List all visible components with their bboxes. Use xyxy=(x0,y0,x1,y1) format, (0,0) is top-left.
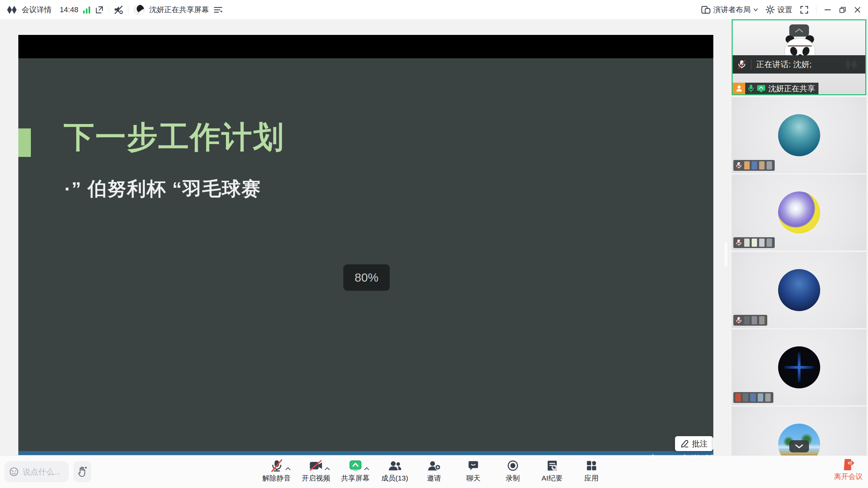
university-logo: 中国科学技术大学 University of Science and Techn… xyxy=(625,453,713,455)
settings-label: 设置 xyxy=(777,5,792,15)
divider xyxy=(816,5,816,14)
mic-muted-icon xyxy=(735,316,742,324)
shared-screen: 下一步工作计划 ·” 伯努利杯 “羽毛球赛 80% 中国科学技术大学 Unive… xyxy=(18,35,713,455)
collapse-videos-button[interactable] xyxy=(789,24,809,37)
quick-chat-input[interactable] xyxy=(4,461,69,482)
participant-name-label xyxy=(733,392,773,403)
minimize-button[interactable] xyxy=(824,6,831,14)
participant-name-label xyxy=(733,315,767,326)
chat-button[interactable]: 聊天 xyxy=(459,458,488,483)
slide-title: 下一步工作计划 xyxy=(64,117,285,158)
mic-muted-icon xyxy=(735,239,742,247)
university-seal-icon xyxy=(625,455,640,455)
participant-avatar xyxy=(778,191,820,233)
participant-name-label xyxy=(733,160,775,171)
unmute-label: 解除静音 xyxy=(263,473,291,483)
toolbar-buttons: 解除静音 开启视频 xyxy=(262,458,606,483)
speaking-status-bar: 正在讲话: 沈妍; xyxy=(733,55,865,74)
meeting-details-button[interactable]: 会议详情 xyxy=(22,5,52,15)
bottom-toolbar: 解除静音 开启视频 xyxy=(0,455,868,488)
participant-avatar xyxy=(778,114,820,156)
chevron-up-icon[interactable] xyxy=(364,467,369,470)
invite-label: 邀请 xyxy=(427,473,441,483)
scroll-down-button[interactable] xyxy=(789,440,809,452)
participant-tile[interactable] xyxy=(732,329,866,405)
start-video-button[interactable]: 开启视频 xyxy=(302,458,331,483)
magnifier-button[interactable] xyxy=(713,436,713,451)
share-screen-button[interactable]: 共享屏幕 xyxy=(341,458,370,483)
participant-avatar xyxy=(778,269,820,311)
chevron-up-icon[interactable] xyxy=(285,467,291,470)
network-signal-icon[interactable] xyxy=(83,6,90,14)
chevron-down-icon xyxy=(795,444,804,449)
fullscreen-icon[interactable] xyxy=(800,5,809,14)
sharing-badge-row: 沈妍正在共享 xyxy=(733,83,818,94)
speaking-status-text: 正在讲话: 沈妍; xyxy=(756,59,812,70)
ai-notes-label: AI纪要 xyxy=(542,473,563,483)
sidebar-collapse-handle[interactable] xyxy=(724,241,728,268)
chevron-down-icon xyxy=(753,8,758,12)
layout-label: 演讲者布局 xyxy=(713,5,751,15)
settings-button[interactable]: 设置 xyxy=(766,5,792,15)
watermark-logo-icon xyxy=(842,59,861,70)
invite-button[interactable]: 邀请 xyxy=(420,458,449,483)
app-logo-icon xyxy=(7,5,17,14)
ai-notes-button[interactable]: AI纪要 xyxy=(538,458,567,483)
apps-button[interactable]: 应用 xyxy=(577,458,606,483)
annotate-label: 批注 xyxy=(692,439,708,449)
record-button[interactable]: 录制 xyxy=(498,458,527,483)
participant-name-label xyxy=(733,237,775,248)
university-name-cn: 中国科学技术大学 xyxy=(645,453,713,455)
chat-text-field[interactable] xyxy=(22,467,64,477)
emoji-icon[interactable] xyxy=(9,467,19,476)
invite-icon xyxy=(428,460,441,471)
layout-selector[interactable]: 演讲者布局 xyxy=(701,5,758,15)
participant-tile[interactable] xyxy=(732,175,866,250)
meeting-time: 14:48 xyxy=(60,5,78,14)
presenter-avatar xyxy=(134,4,144,15)
annotate-button[interactable]: 批注 xyxy=(675,436,713,451)
chevron-up-icon[interactable] xyxy=(325,467,330,470)
meeting-window: 会议详情 14:48 沈妍正在共享屏幕 xyxy=(0,0,868,488)
chat-icon xyxy=(468,460,479,471)
layout-icon xyxy=(701,6,711,14)
gear-icon xyxy=(766,5,775,14)
unmute-button[interactable]: 解除静音 xyxy=(262,458,291,483)
members-label: 成员(13) xyxy=(381,473,408,483)
sharing-badge-text: 沈妍正在共享 xyxy=(768,83,815,94)
host-badge-icon xyxy=(733,83,745,94)
participant-tile[interactable] xyxy=(732,407,866,456)
leave-icon xyxy=(842,458,854,471)
share-menu-icon[interactable] xyxy=(214,6,223,14)
close-button[interactable] xyxy=(854,6,861,14)
slide-footer-bar xyxy=(18,451,713,455)
record-icon xyxy=(507,460,518,471)
leave-meeting-label: 离开会议 xyxy=(834,472,863,481)
chevron-up-icon xyxy=(795,28,804,33)
members-button[interactable]: 成员(13) xyxy=(380,458,409,483)
participant-tile[interactable] xyxy=(732,252,866,328)
slide-accent-bar xyxy=(18,128,31,157)
divider xyxy=(109,5,109,14)
titlebar: 会议详情 14:48 沈妍正在共享屏幕 xyxy=(0,0,868,20)
mic-muted-icon xyxy=(737,60,746,69)
audio-device-icon[interactable] xyxy=(114,5,124,15)
open-external-icon[interactable] xyxy=(95,5,104,14)
raise-hand-button[interactable] xyxy=(74,461,91,482)
ai-notes-icon xyxy=(546,460,558,471)
divider xyxy=(751,59,751,69)
mic-muted-icon xyxy=(735,161,742,169)
slide-bullet: ·” 伯努利杯 “羽毛球赛 xyxy=(64,176,261,202)
leave-meeting-button[interactable]: 离开会议 xyxy=(834,458,863,481)
divider xyxy=(129,5,129,14)
speaker-video-tile[interactable]: 正在讲话: 沈妍; xyxy=(732,19,866,95)
record-label: 录制 xyxy=(506,473,520,483)
members-icon xyxy=(388,460,402,471)
participant-tile[interactable] xyxy=(732,97,866,173)
restore-button[interactable] xyxy=(839,6,846,14)
screen-share-icon xyxy=(349,460,362,471)
zoom-level-toast: 80% xyxy=(343,264,390,291)
hand-plus-icon xyxy=(77,466,88,477)
start-video-label: 开启视频 xyxy=(302,473,330,483)
camera-off-icon xyxy=(309,460,323,471)
